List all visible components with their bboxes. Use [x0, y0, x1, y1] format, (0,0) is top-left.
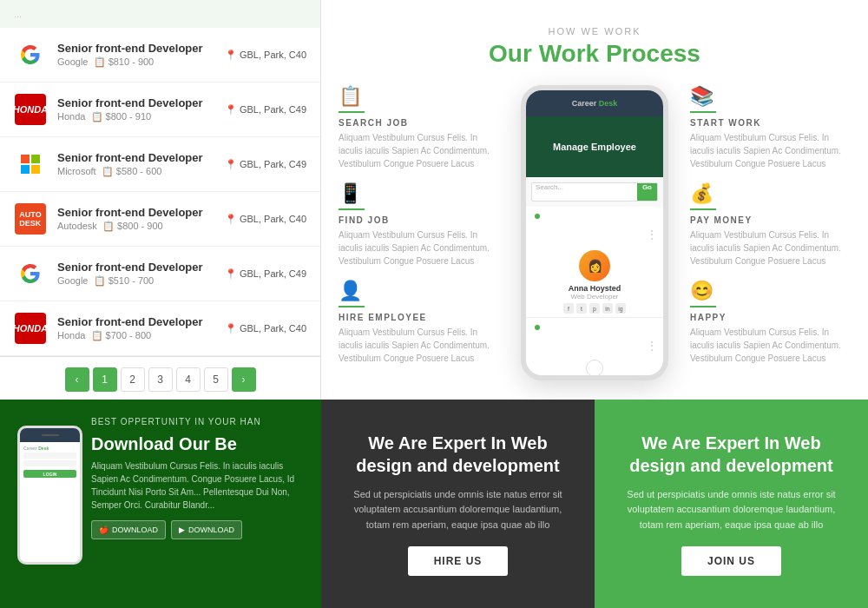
job-item-top-partial[interactable]: ... — [0, 0, 320, 28]
job-item-4[interactable]: Senior front-end Developer Google 📋 $510… — [0, 247, 320, 301]
job-title-5: Senior front-end Developer — [57, 315, 225, 328]
hire-us-button[interactable]: HIRE US — [408, 546, 509, 576]
job-company-5: Honda 📋 $700 - 800 — [57, 330, 225, 341]
phone-banner-text: Manage Employee — [553, 142, 636, 152]
job-info-5: Senior front-end Developer Honda 📋 $700 … — [57, 315, 225, 341]
phone-banner: Manage Employee — [526, 116, 663, 177]
bottom-section: Career Desk LOGIN BEST OPPERTUNITY IN YO… — [0, 400, 868, 608]
phone-top-bar: Career Desk — [526, 90, 663, 116]
job-title-4: Senior front-end Developer — [57, 261, 225, 274]
job-company-0: Google 📋 $810 - 900 — [57, 56, 225, 68]
social-linkedin[interactable]: in — [602, 303, 613, 314]
social-instagram[interactable]: ig — [615, 303, 626, 314]
phone-menu-icon-2[interactable]: ⋮ — [646, 339, 658, 353]
pagination-page-3[interactable]: 3 — [148, 367, 173, 392]
download-subtitle: BEST OPPERTUNITY IN YOUR HAN — [91, 417, 304, 426]
how-we-work-content: 📋 SEARCH JOB Aliquam Vestibulum Cursus F… — [339, 85, 851, 380]
pagination-prev[interactable]: ‹ — [65, 367, 89, 392]
step-right-2: 😊 HAPPY Aliquam Vestibulum Cursus Felis.… — [690, 280, 851, 365]
job-location-0: 📍 GBL, Park, C40 — [225, 50, 306, 61]
cta-center-title: We Are Expert In Web design and developm… — [342, 432, 574, 477]
phone-social-links: f t p in ig — [563, 303, 626, 314]
phone-mockup: Career Desk Manage Employee Search... Go… — [521, 85, 668, 380]
cta-right-section: We Are Expert In Web design and developm… — [595, 400, 868, 608]
blp-password-field — [23, 460, 76, 466]
download-title: Download Our Be — [91, 433, 304, 454]
job-meta-5: 📍 GBL, Park, C40 — [225, 323, 306, 334]
job-location-2: 📍 GBL, Park, C49 — [225, 159, 306, 170]
download-btn-1-label: DOWNLOAD — [112, 525, 158, 534]
social-twitter[interactable]: t — [576, 303, 587, 314]
phone-menu-icon[interactable]: ⋮ — [646, 228, 658, 241]
job-title-2: Senior front-end Developer — [57, 151, 225, 164]
job-list: Senior front-end Developer Google 📋 $810… — [0, 28, 320, 356]
blp-top-bar — [20, 428, 80, 442]
job-location-4: 📍 GBL, Park, C49 — [225, 268, 306, 280]
blp-login-button[interactable]: LOGIN — [23, 470, 76, 478]
step-divider-left-0 — [339, 111, 365, 113]
company-logo-0 — [14, 38, 47, 71]
download-section: Career Desk LOGIN BEST OPPERTUNITY IN YO… — [0, 400, 321, 608]
pagination-next[interactable]: › — [232, 367, 256, 392]
job-item-2[interactable]: Senior front-end Developer Microsoft 📋 $… — [0, 137, 320, 192]
phone-search-area: Search... Go — [526, 177, 663, 207]
step-left-1: 📱 FIND JOB Aliquam Vestibulum Cursus Fel… — [339, 182, 499, 268]
job-meta-2: 📍 GBL, Park, C49 — [225, 159, 306, 170]
how-we-work-panel: HOW WE WORK Our Work Process 📋 SEARCH JO… — [321, 0, 868, 400]
phone-search-button[interactable]: Go — [637, 183, 657, 201]
step-title-left-0: SEARCH JOB — [339, 118, 499, 128]
job-company-2: Microsoft 📋 $580 - 600 — [57, 166, 225, 177]
step-desc-left-2: Aliquam Vestibulum Cursus Felis. In iacu… — [339, 326, 499, 365]
download-btn-1[interactable]: 🍎 DOWNLOAD — [91, 520, 166, 539]
blp-app-title: Career Desk — [23, 446, 76, 451]
cta-center-desc: Sed ut perspiciatis unde omnis iste natu… — [342, 487, 574, 533]
download-phone-mockup: Career Desk LOGIN — [17, 426, 82, 565]
download-buttons: 🍎 DOWNLOAD ▶ DOWNLOAD — [91, 520, 304, 539]
job-meta-4: 📍 GBL, Park, C49 — [225, 268, 306, 280]
step-title-right-2: HAPPY — [690, 313, 851, 322]
join-us-button[interactable]: JOIN US — [681, 546, 781, 576]
job-item-5[interactable]: HONDA Senior front-end Developer Honda 📋… — [0, 301, 320, 356]
job-location-3: 📍 GBL, Park, C40 — [225, 214, 306, 225]
how-we-work-label: HOW WE WORK — [339, 26, 851, 36]
download-desc: Aliquam Vestibulum Cursus Felis. In iacu… — [91, 459, 304, 512]
blp-username-field — [23, 453, 76, 459]
phone-bottom-nav — [526, 354, 663, 380]
svg-rect-2 — [21, 165, 30, 174]
job-info-2: Senior front-end Developer Microsoft 📋 $… — [57, 151, 225, 177]
job-company-4: Google 📋 $510 - 700 — [57, 275, 225, 287]
step-desc-right-2: Aliquam Vestibulum Cursus Felis. In iacu… — [690, 326, 851, 365]
phone-app-name-desk: Desk — [599, 99, 618, 108]
svg-rect-0 — [21, 155, 30, 163]
phone-home-button[interactable] — [586, 360, 603, 377]
step-desc-left-0: Aliquam Vestibulum Cursus Felis. In iacu… — [339, 131, 499, 170]
pagination-page-2[interactable]: 2 — [121, 367, 145, 392]
pagination-page-1[interactable]: 1 — [93, 367, 117, 392]
how-we-work-header: HOW WE WORK Our Work Process — [339, 26, 851, 68]
download-btn-2[interactable]: ▶ DOWNLOAD — [171, 520, 242, 539]
pagination-page-4[interactable]: 4 — [176, 367, 201, 392]
step-right-1: 💰 PAY MONEY Aliquam Vestibulum Cursus Fe… — [690, 182, 851, 268]
social-pinterest[interactable]: p — [589, 303, 600, 314]
how-we-work-title: Our Work Process — [339, 40, 851, 68]
social-facebook[interactable]: f — [563, 303, 574, 314]
job-item-0[interactable]: Senior front-end Developer Google 📋 $810… — [0, 28, 320, 83]
phone-profile-section: 👩 Anna Hoysted Web Developer f t p in ig — [526, 243, 663, 318]
phone-search-input[interactable]: Search... — [532, 183, 637, 201]
how-steps-right: 📚 START WORK Aliquam Vestibulum Cursus F… — [690, 85, 851, 380]
step-icon-left-2: 👤 — [339, 280, 499, 302]
phone-search-bar[interactable]: Search... Go — [531, 182, 658, 202]
step-divider-left-1 — [339, 208, 365, 210]
pagination-page-5[interactable]: 5 — [204, 367, 228, 392]
job-item-3[interactable]: AUTODESK Senior front-end Developer Auto… — [0, 192, 320, 247]
step-icon-left-0: 📋 — [339, 85, 499, 108]
step-title-right-1: PAY MONEY — [690, 215, 851, 225]
company-logo-1: HONDA — [14, 93, 47, 126]
job-item-1[interactable]: HONDA Senior front-end Developer Honda 📋… — [0, 83, 320, 137]
job-company-3: Autodesk 📋 $800 - 900 — [57, 221, 225, 232]
download-text: BEST OPPERTUNITY IN YOUR HAN Download Ou… — [91, 417, 304, 539]
company-logo-2 — [14, 148, 47, 181]
title-green: Process — [606, 40, 700, 67]
step-divider-right-1 — [690, 208, 716, 210]
company-logo-5: HONDA — [14, 312, 47, 345]
